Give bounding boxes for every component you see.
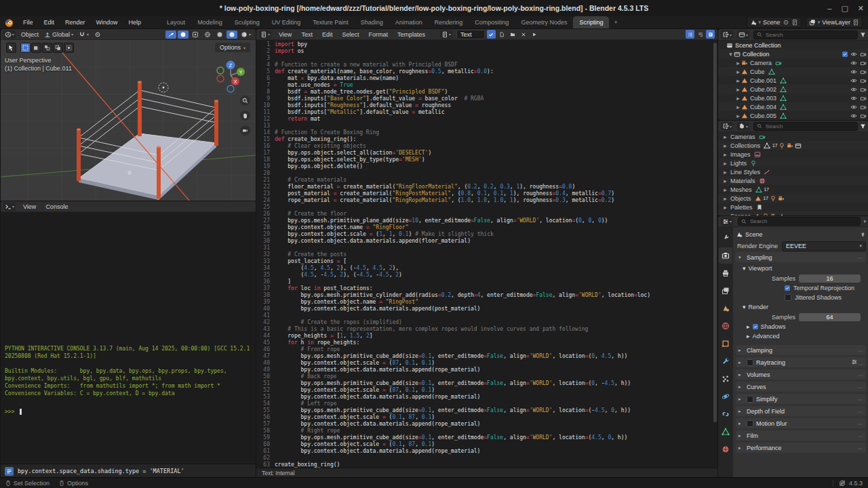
text-datablock-name[interactable]: Text	[456, 30, 485, 39]
code-line[interactable]: 44 rope_heights = [1, 1.5, 2]	[256, 333, 712, 340]
chevron-right-icon[interactable]: ▸	[738, 409, 744, 414]
text-menu-templates[interactable]: Templates	[393, 30, 429, 39]
properties-tab-particles[interactable]	[719, 371, 732, 387]
code-editor[interactable]: 1import bpy2import os3 4# Function to cr…	[256, 40, 717, 468]
chevron-right-icon[interactable]: ▸	[738, 348, 744, 353]
code-line[interactable]: 9 bsdf.inputs["Base Color"].default_valu…	[256, 96, 712, 102]
subpanel-row-shadows[interactable]: ▸Shadows	[743, 322, 866, 331]
properties-tab-scene[interactable]	[719, 300, 732, 317]
code-line[interactable]: 37 for loc in post_locations:	[256, 285, 712, 292]
select-extend-icon[interactable]	[53, 43, 63, 53]
code-line[interactable]: 25	[256, 204, 712, 211]
chevron-down-icon[interactable]: ▾	[738, 255, 744, 260]
text-menu-edit[interactable]: Edit	[318, 30, 337, 39]
text-menu-select[interactable]: Select	[338, 30, 363, 39]
editor-scrollbar[interactable]	[713, 43, 717, 422]
outliner-search[interactable]	[753, 30, 858, 39]
panel-header-curves[interactable]: ▸Curves▬	[736, 382, 866, 392]
chevron-right-icon[interactable]: ▸	[735, 60, 741, 66]
checkbox-row-temporal-reprojection[interactable]: Temporal Reprojection	[743, 283, 866, 293]
workspace-tab-geometry-nodes[interactable]: Geometry Nodes	[515, 16, 573, 28]
code-line[interactable]: 15def create_boxing_ring():	[256, 136, 712, 143]
panel-grip-icon[interactable]: ▬	[858, 348, 863, 352]
outliner2-display-mode[interactable]: ▾	[737, 122, 749, 130]
chevron-right-icon[interactable]: ▸	[738, 433, 744, 439]
code-line[interactable]: 63create_boxing_ring()	[256, 462, 712, 468]
collection-checkbox[interactable]	[842, 52, 848, 57]
code-line[interactable]: 42 # Create the ropes (simplified)	[256, 319, 712, 326]
code-line[interactable]: 35 (4.5, -4.5, 2), (-4.5, -4.5, 2)	[256, 272, 712, 279]
code-line[interactable]: 38 bpy.ops.mesh.primitive_cylinder_add(r…	[256, 292, 712, 299]
workspace-tab-shading[interactable]: Shading	[355, 16, 389, 28]
console-menu-view[interactable]: View	[19, 203, 40, 211]
code-line[interactable]: 5def create_material(name, base_color, r…	[256, 68, 712, 75]
chevron-down-icon[interactable]: ▾	[863, 219, 866, 224]
chevron-right-icon[interactable]: ▸	[722, 195, 728, 202]
overlays-toggle[interactable]	[178, 30, 189, 39]
blend-data-row-palettes[interactable]: ▸Palettes	[718, 203, 868, 211]
properties-tab-world[interactable]	[719, 318, 732, 334]
panel-grip-icon[interactable]: ▬	[858, 445, 863, 450]
panel-header-simplify[interactable]: ▸Simplify▬	[736, 394, 866, 404]
panel-grip-icon[interactable]: ▬	[858, 421, 863, 426]
chevron-down-icon[interactable]: ▾	[728, 51, 734, 58]
properties-search-input[interactable]	[749, 218, 857, 225]
editor-type-outliner[interactable]: ▾	[721, 30, 733, 39]
workspace-tab-uv-editing[interactable]: UV Editing	[266, 16, 307, 28]
select-tool-icon[interactable]	[6, 43, 16, 53]
editor-type-outliner2[interactable]: ▾	[721, 122, 733, 130]
code-line[interactable]: 26 # Create the floor	[256, 211, 712, 218]
blend-data-row-line-styles[interactable]: ▸Line Styles	[718, 167, 868, 176]
code-line[interactable]: 19 bpy.ops.object.delete()	[256, 163, 712, 170]
hide-in-viewport-icon[interactable]	[850, 77, 857, 84]
outliner-display-mode[interactable]: ▾	[737, 30, 749, 39]
code-line[interactable]: 23 post_material = create_material("Ring…	[256, 190, 712, 197]
panel-header-sampling[interactable]: ▾Sampling▬	[736, 252, 866, 262]
add-workspace-button[interactable]: +	[609, 16, 622, 28]
chevron-right-icon[interactable]: ▸	[738, 421, 744, 426]
editor-type-console[interactable]: ▾	[3, 203, 16, 211]
outliner2-search[interactable]	[753, 122, 858, 131]
properties-tab-object[interactable]	[719, 336, 732, 352]
subpanel-header-render[interactable]: ▾Render	[743, 302, 866, 312]
menu-edit[interactable]: Edit	[39, 18, 60, 27]
outliner2-search-input[interactable]	[764, 123, 854, 130]
disable-in-renders-icon[interactable]	[860, 77, 867, 84]
chevron-right-icon[interactable]: ▸	[722, 134, 728, 140]
blend-data-row-collections[interactable]: ▸Collections17	[718, 141, 868, 150]
checkbox-row-jittered-shadows[interactable]: Jittered Shadows	[743, 293, 866, 302]
blend-data-row-objects[interactable]: ▸Objects17	[718, 194, 868, 203]
filter-icon[interactable]	[860, 32, 866, 38]
blend-data-row-images[interactable]: ▸Images	[718, 150, 868, 159]
view-layer-selector[interactable]: ▾ ViewLayer	[806, 17, 863, 28]
minimize-button[interactable]: –	[827, 4, 831, 12]
code-line[interactable]: 22 floor_material = create_material("Rin…	[256, 184, 712, 190]
disable-in-renders-icon[interactable]	[860, 104, 867, 110]
outliner-search-input[interactable]	[764, 31, 854, 39]
chevron-right-icon[interactable]: ▸	[747, 333, 750, 340]
zoom-icon[interactable]	[240, 96, 250, 106]
code-line[interactable]: 47 bpy.ops.mesh.primitive_cube_add(size=…	[256, 353, 712, 360]
options-button[interactable]: Options▾	[215, 43, 250, 52]
gizmo-toggle[interactable]	[165, 30, 176, 39]
code-line[interactable]: 18 bpy.ops.object.select_by_type(type='M…	[256, 157, 712, 163]
panel-grip-icon[interactable]: ▬	[858, 372, 863, 377]
workspace-tab-sculpting[interactable]: Sculpting	[229, 16, 266, 28]
editor-type-properties[interactable]: ▾	[721, 218, 733, 226]
code-line[interactable]: 43 # This is a basic representation, mor…	[256, 326, 712, 333]
code-line[interactable]: 8 bsdf = mat.node_tree.nodes.get("Princi…	[256, 89, 712, 96]
chevron-down-icon[interactable]: ▾	[743, 304, 746, 310]
code-line[interactable]: 57 bpy.context.object.data.materials.app…	[256, 421, 712, 428]
blend-data-row-cameras[interactable]: ▸Cameras	[718, 132, 868, 141]
run-script-button[interactable]	[530, 30, 539, 39]
blender-logo-icon[interactable]	[4, 18, 14, 28]
code-line[interactable]: 6 mat = bpy.data.materials.new(name)	[256, 75, 712, 82]
code-line[interactable]: 11 bsdf.inputs["Metallic"].default_value…	[256, 109, 712, 116]
hide-in-viewport-icon[interactable]	[850, 95, 857, 102]
code-line[interactable]: 49 bpy.context.object.data.materials.app…	[256, 367, 712, 373]
pan-hand-icon[interactable]	[240, 110, 250, 121]
code-line[interactable]: 12 return mat	[256, 116, 712, 123]
chevron-right-icon[interactable]: ▸	[735, 113, 741, 119]
new-view-layer-icon[interactable]	[852, 19, 859, 26]
outliner-row-collection[interactable]: ▾Collection	[718, 49, 868, 58]
